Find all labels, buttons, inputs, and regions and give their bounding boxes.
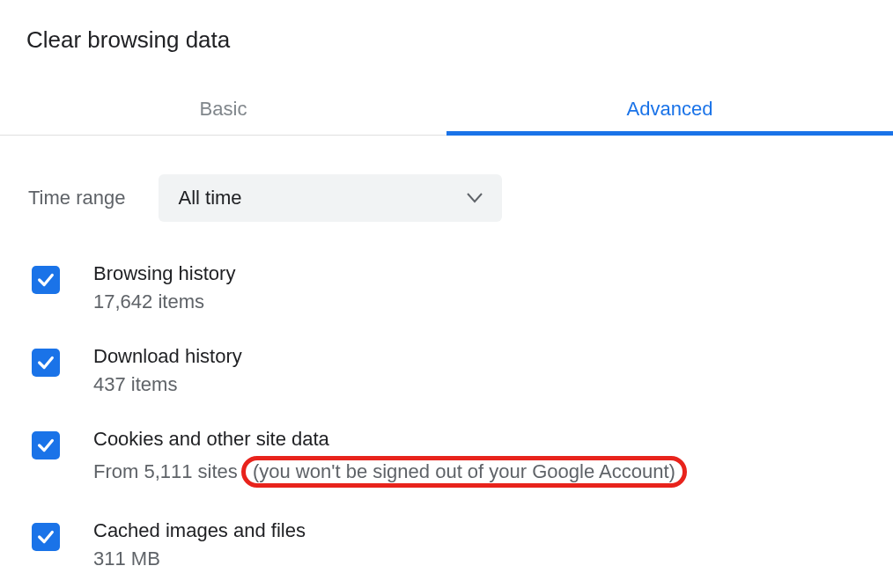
option-sub: 311 MB [93,548,306,570]
time-range-value: All time [178,187,241,209]
time-range-row: Time range All time [0,136,893,222]
option-sub: 437 items [93,373,242,396]
option-cache: Cached images and files 311 MB [32,519,893,570]
option-title: Cookies and other site data [93,428,687,451]
checkbox-browsing-history[interactable] [32,266,60,294]
tabs: Basic Advanced [0,85,893,136]
cookies-sub-prefix: From 5,111 sites [93,460,243,482]
checkbox-cookies[interactable] [32,431,60,459]
option-title: Browsing history [93,262,235,285]
checkbox-cache[interactable] [32,523,60,551]
time-range-label: Time range [28,187,125,209]
option-title: Download history [93,345,242,368]
option-title: Cached images and files [93,519,306,542]
dialog-title: Clear browsing data [0,0,893,54]
chevron-down-icon [467,193,483,203]
time-range-select[interactable]: All time [159,174,502,222]
tab-basic[interactable]: Basic [0,85,446,135]
option-sub: 17,642 items [93,290,235,313]
option-cookies: Cookies and other site data From 5,111 s… [32,428,893,488]
option-browsing-history: Browsing history 17,642 items [32,262,893,313]
option-download-history: Download history 437 items [32,345,893,396]
checkbox-download-history[interactable] [32,349,60,377]
cookies-annotation: (you won't be signed out of your Google … [241,456,687,488]
options-list: Browsing history 17,642 items Download h… [0,222,893,570]
tab-advanced[interactable]: Advanced [446,85,893,135]
option-sub: From 5,111 sites (you won't be signed ou… [93,456,687,488]
